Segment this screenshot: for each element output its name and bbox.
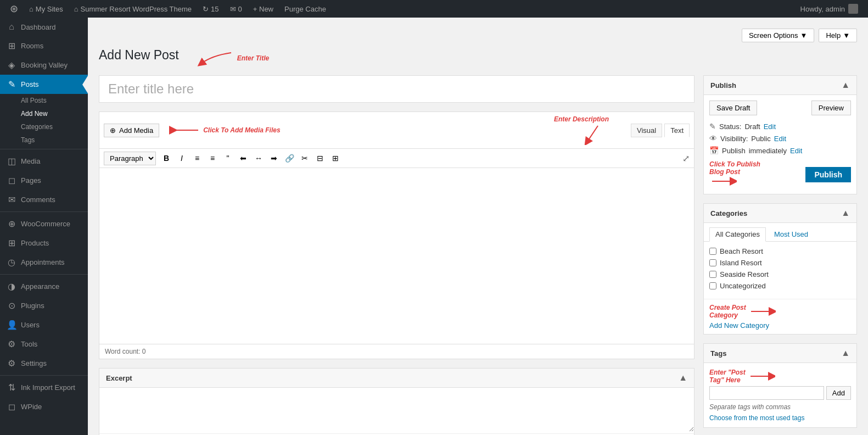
- align-right-button[interactable]: ➡: [267, 151, 281, 165]
- sidebar-item-booking-valley[interactable]: ◈ Booking Valley: [0, 55, 88, 75]
- sidebar-item-label: Posts: [21, 80, 39, 88]
- sidebar-item-comments[interactable]: ✉ Comments: [0, 190, 88, 209]
- blockquote-button[interactable]: ": [221, 151, 235, 165]
- add-media-button[interactable]: ⊕ Add Media: [104, 124, 159, 137]
- comments-item[interactable]: ✉ 0: [225, 0, 248, 18]
- sidebar-item-appearance[interactable]: ◑ Appearance: [0, 277, 88, 296]
- tags-title: Tags: [710, 349, 726, 358]
- help-button[interactable]: Help ▼: [819, 29, 857, 42]
- visual-text-tabs: Visual Text: [631, 124, 690, 137]
- preview-button[interactable]: Preview: [811, 101, 851, 115]
- tags-box-body: Enter "Post Tag" Here: [704, 363, 856, 427]
- purge-cache-item[interactable]: Purge Cache: [279, 0, 332, 18]
- link-button[interactable]: 🔗: [282, 151, 296, 165]
- unlink-button[interactable]: ✂: [298, 151, 312, 165]
- choose-tags: Choose from the most used tags: [709, 414, 851, 422]
- publish-timing: 📅 Publish immediately Edit: [709, 146, 851, 155]
- sidebar-item-pages[interactable]: ◻ Pages: [0, 171, 88, 190]
- save-draft-button[interactable]: Save Draft: [709, 101, 757, 115]
- visual-tab[interactable]: Visual: [631, 124, 662, 137]
- tag-input[interactable]: [709, 386, 824, 400]
- ordered-list-button[interactable]: ≡: [205, 151, 220, 165]
- status-icon: ✎: [709, 122, 716, 131]
- unordered-list-button[interactable]: ≡: [190, 151, 204, 165]
- submenu-item-all-posts[interactable]: All Posts: [0, 94, 88, 107]
- sidebar-item-ink-import-export[interactable]: ⇅ Ink Import Export: [0, 378, 88, 397]
- category-label: Uncategorized: [720, 282, 766, 290]
- beach-resort-checkbox[interactable]: [709, 248, 716, 255]
- sidebar-item-users[interactable]: 👤 Users: [0, 315, 88, 334]
- post-title-input[interactable]: [99, 75, 695, 103]
- insert-more-button[interactable]: ⊟: [313, 151, 327, 165]
- home-icon: ⌂: [29, 5, 33, 13]
- category-item: Beach Resort: [709, 247, 851, 255]
- admin-bar: ⊛ ⌂ My Sites ⌂ Summer Resort WordPress T…: [0, 0, 868, 18]
- add-tag-button[interactable]: Add: [826, 386, 851, 400]
- howdy-item[interactable]: Howdy, admin: [795, 0, 864, 18]
- editor-body[interactable]: [99, 168, 694, 344]
- sidebar-item-products[interactable]: ⊞ Products: [0, 233, 88, 253]
- italic-button[interactable]: I: [175, 151, 189, 165]
- choose-tags-link[interactable]: Choose from the most used tags: [709, 414, 804, 422]
- publish-box-body: Save Draft Preview ✎ Status: Draft Edit: [704, 95, 856, 194]
- sidebar-item-label: Users: [21, 321, 40, 329]
- site-name-item[interactable]: ⌂ Summer Resort WordPress Theme: [69, 0, 197, 18]
- sidebar-item-media[interactable]: ◫ Media: [0, 152, 88, 171]
- sidebar-item-dashboard[interactable]: ⌂ Dashboard: [0, 18, 88, 36]
- submenu-item-categories[interactable]: Categories: [0, 120, 88, 133]
- sidebar-item-label: WooCommerce: [21, 220, 70, 228]
- word-count: Word count: 0: [105, 348, 145, 355]
- bold-button[interactable]: B: [159, 151, 173, 165]
- sidebar-item-tools[interactable]: ⚙ Tools: [0, 334, 88, 354]
- publish-button[interactable]: Publish: [805, 167, 851, 182]
- admin-menu: ⌂ Dashboard ⊞ Rooms ◈ Booking Valley ✎ P…: [0, 18, 88, 435]
- editor-area: ⊕ Add Media: [99, 111, 695, 344]
- my-sites-item[interactable]: ⌂ My Sites: [24, 0, 69, 18]
- tags-collapse-button[interactable]: ▲: [841, 348, 850, 358]
- sidebar-item-posts[interactable]: ✎ Posts: [0, 75, 88, 94]
- uncategorized-checkbox[interactable]: [709, 282, 716, 289]
- sidebar-item-woocommerce[interactable]: ⊕ WooCommerce: [0, 214, 88, 233]
- align-left-button[interactable]: ⬅: [236, 151, 250, 165]
- publish-edit-link[interactable]: Edit: [790, 147, 802, 155]
- updates-item[interactable]: ↻ 15: [197, 0, 224, 18]
- sidebar-item-label: Tools: [21, 340, 37, 348]
- sidebar-item-wpide[interactable]: ◻ WPide: [0, 397, 88, 416]
- all-categories-tab[interactable]: All Categories: [709, 227, 766, 242]
- text-tab[interactable]: Text: [664, 124, 690, 137]
- publish-collapse-button[interactable]: ▲: [841, 80, 850, 90]
- add-new-category-link[interactable]: Add New Category: [709, 321, 769, 330]
- main-content: Screen Options ▼ Help ▼ Add New Post: [88, 18, 868, 435]
- sidebar-item-rooms[interactable]: ⊞ Rooms: [0, 36, 88, 55]
- sidebar-item-settings[interactable]: ⚙ Settings: [0, 354, 88, 373]
- screen-options-button[interactable]: Screen Options ▼: [742, 29, 814, 42]
- submenu-item-tags[interactable]: Tags: [0, 133, 88, 147]
- settings-icon: ⚙: [7, 358, 16, 369]
- category-item: Uncategorized: [709, 282, 851, 290]
- sidebar-item-label: Appearance: [21, 282, 59, 291]
- island-resort-checkbox[interactable]: [709, 259, 716, 266]
- status-edit-link[interactable]: Edit: [764, 122, 776, 131]
- most-used-tab[interactable]: Most Used: [768, 227, 814, 241]
- sidebar-item-plugins[interactable]: ⊙ Plugins: [0, 296, 88, 315]
- sidebar-item-appointments[interactable]: ◷ Appointments: [0, 253, 88, 272]
- tags-header: Tags ▲: [704, 344, 856, 363]
- new-item[interactable]: + New: [248, 0, 279, 18]
- align-center-button[interactable]: ↔: [251, 151, 266, 165]
- calendar-icon: 📅: [709, 146, 719, 155]
- categories-list: Beach Resort Island Resort Seaside Resor…: [704, 242, 856, 299]
- submenu-item-add-new[interactable]: Add New: [0, 107, 88, 120]
- paragraph-select[interactable]: Paragraph: [104, 152, 156, 165]
- sidebar-item-label: Products: [21, 239, 49, 247]
- rooms-icon: ⊞: [7, 41, 16, 51]
- appearance-icon: ◑: [7, 281, 16, 292]
- seaside-resort-checkbox[interactable]: [709, 271, 716, 278]
- table-button[interactable]: ⊞: [328, 151, 343, 165]
- excerpt-textarea[interactable]: [99, 388, 694, 432]
- publish-status: ✎ Status: Draft Edit: [709, 122, 851, 131]
- visibility-edit-link[interactable]: Edit: [774, 135, 786, 143]
- wp-logo-item[interactable]: ⊛: [4, 0, 24, 18]
- expand-icon[interactable]: ⤢: [682, 153, 690, 164]
- excerpt-collapse-button[interactable]: ▲: [679, 373, 687, 383]
- categories-collapse-button[interactable]: ▲: [841, 208, 850, 218]
